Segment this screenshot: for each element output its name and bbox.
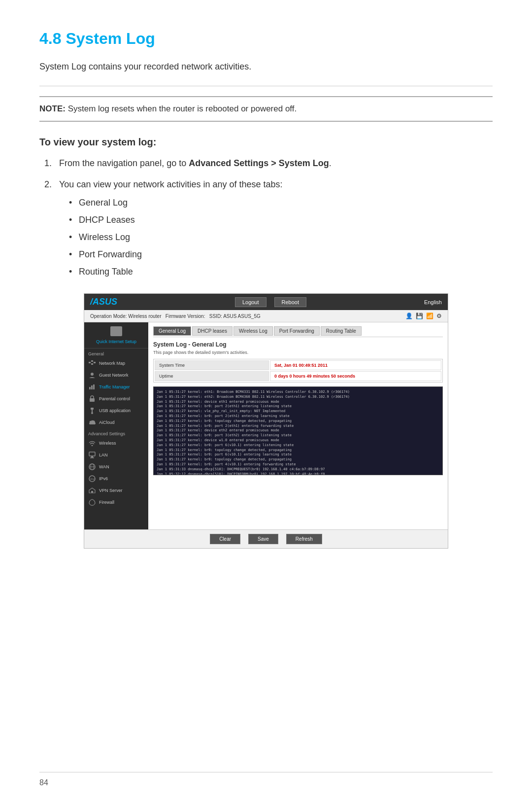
log-line: Jan 1 05:31:27 kernel: br0: port 3(eth2)… (157, 433, 439, 438)
vpn-icon (88, 487, 96, 494)
router-tabs: General Log DHCP leases Wireless Log Por… (153, 326, 443, 337)
vpn-server-label: VPN Server (99, 488, 123, 493)
network-map-label: Network Map (99, 361, 125, 366)
sidebar-section-general: General (84, 349, 148, 357)
log-line: Jan 1 05:31:27 kernel: br0: port 2(eth1)… (157, 414, 439, 419)
log-line: Jan 1 05:31:27 kernel: br0: topology cha… (157, 419, 439, 424)
log-line: Jan 1 05:31:27 kernel: device eth2 enter… (157, 428, 439, 433)
bullet-item: Wireless Log (69, 231, 493, 244)
log-line: Jan 1 05:31:27 kernel: br0: port 6(v10.1… (157, 453, 439, 457)
bullet-list: General Log DHCP Leases Wireless Log Por… (59, 196, 493, 279)
sidebar-item-usb-application[interactable]: USB application (84, 405, 148, 417)
step1-bold: Advanced Settings > System Log (189, 158, 329, 168)
firewall-icon (88, 499, 96, 506)
log-line: Jan 1 05:31:27 kernel: device eth1 enter… (157, 400, 439, 405)
router-main: Quick Internet Setup General Network Map… (84, 322, 448, 529)
clear-button[interactable]: Clear (210, 534, 240, 544)
log-line: Jan 1 05:31:27 kernel: br0: topology cha… (157, 457, 439, 462)
sidebar-item-aicloud[interactable]: AiCloud (84, 417, 148, 428)
svg-rect-8 (90, 398, 95, 402)
log-line: Jan 1 05:31:27 kernel: vle_phy_ral_init_… (157, 409, 439, 414)
info-table: System Time Sat, Jan 01 00:49:51 2011 Up… (153, 359, 443, 383)
router-topbar-center: Logout Reboot (235, 297, 306, 307)
sidebar-item-network-map[interactable]: Network Map (84, 357, 148, 369)
svg-rect-6 (91, 385, 93, 389)
sidebar-item-vpn-server[interactable]: VPN Server (84, 485, 148, 496)
svg-rect-7 (93, 384, 95, 389)
router-bottom-buttons: Clear Save Refresh (84, 529, 448, 548)
sidebar-item-wireless[interactable]: Wireless (84, 437, 148, 449)
sidebar-section-advanced: Advanced Settings (84, 428, 148, 437)
sidebar-item-traffic-manager[interactable]: Traffic Manager (84, 381, 148, 393)
lan-icon (88, 452, 96, 458)
note-label: NOTE: (39, 104, 66, 113)
traffic-manager-icon (88, 384, 96, 390)
guest-network-label: Guest Network (99, 373, 129, 378)
guest-network-icon (88, 372, 96, 379)
svg-point-12 (92, 445, 93, 447)
bullet-item: DHCP Leases (69, 213, 493, 227)
log-line: Jan 1 05:31:27 kernel: device w1.0 enter… (157, 438, 439, 443)
usb-icon (88, 407, 96, 414)
divider (39, 86, 493, 86)
step-1: From the navigation panel, go to Advance… (44, 157, 493, 170)
aicloud-label: AiCloud (99, 420, 115, 425)
log-line: Jan 1 05:31:27 kernel: br0: port 2(eth1)… (157, 424, 439, 429)
sidebar-item-ipv6[interactable]: IPv6 IPv6 (84, 473, 148, 485)
bullet-item: General Log (69, 196, 493, 209)
system-time-row: System Time Sat, Jan 01 00:49:51 2011 (155, 360, 441, 370)
bullet-item: Routing Table (69, 265, 493, 279)
content-subtitle: This page shows the detailed system's ac… (153, 350, 443, 355)
step1-prefix: From the navigation panel, go to (59, 158, 189, 168)
ipv6-icon: IPv6 (88, 475, 96, 482)
subsection-title: To view your system log: (39, 137, 493, 148)
step1-suffix: . (329, 158, 332, 168)
bullet-item: Port Forwarding (69, 248, 493, 261)
tab-port-forwarding[interactable]: Port Forwarding (274, 326, 320, 336)
log-line: Jan 1 05:31:33 dnsmasq-dhcp[510]: DHCPRE… (157, 467, 439, 472)
sidebar-item-wan[interactable]: WAN (84, 461, 148, 473)
svg-rect-9 (91, 408, 94, 410)
tab-general-log[interactable]: General Log (153, 326, 191, 336)
router-logo: /ASUS (90, 297, 117, 307)
log-line: Jan 1 05:31:27 kernel: eth1: Broadcom BC… (157, 390, 439, 395)
parental-control-icon (88, 395, 96, 402)
description: System Log contains your recorded networ… (39, 62, 493, 72)
step-2: You can view your network activities in … (44, 178, 493, 279)
logout-button[interactable]: Logout (235, 297, 266, 307)
router-topbar: /ASUS Logout Reboot English (84, 294, 448, 310)
tab-wireless-log[interactable]: Wireless Log (233, 326, 273, 336)
page-number: 84 (39, 778, 48, 787)
step2-text: You can view your network activities in … (59, 179, 283, 189)
router-log-area[interactable]: Jan 1 05:31:27 kernel: eth1: Broadcom BC… (153, 386, 443, 475)
language-selector[interactable]: English (424, 299, 442, 305)
icon-wifi: 📶 (426, 313, 433, 319)
wan-icon (88, 463, 96, 470)
refresh-button[interactable]: Refresh (286, 534, 322, 544)
tab-routing-table[interactable]: Routing Table (321, 326, 362, 336)
uptime-row: Uptime 0 days 0 hours 49 minutes 50 seco… (155, 371, 441, 381)
tab-dhcp-leases[interactable]: DHCP leases (192, 326, 233, 336)
svg-rect-13 (89, 452, 95, 456)
router-sidebar: Quick Internet Setup General Network Map… (84, 322, 148, 529)
reboot-button[interactable]: Reboot (274, 297, 306, 307)
system-time-label: System Time (155, 360, 269, 370)
sidebar-item-guest-network[interactable]: Guest Network (84, 369, 148, 381)
sidebar-item-lan[interactable]: LAN (84, 449, 148, 461)
uptime-value: 0 days 0 hours 49 minutes 50 seconds (270, 371, 441, 381)
sidebar-item-firewall[interactable]: Firewall (84, 496, 148, 508)
system-time-value: Sat, Jan 01 00:49:51 2011 (270, 360, 441, 370)
note-box: NOTE: System log resets when the router … (39, 96, 493, 122)
op-mode-bar: Operation Mode: Wireless router Firmware… (84, 310, 448, 322)
aicloud-icon (88, 419, 96, 426)
sidebar-quick-internet[interactable]: Quick Internet Setup (84, 322, 148, 349)
save-button[interactable]: Save (248, 534, 278, 544)
quick-internet-label: Quick Internet Setup (88, 339, 144, 344)
svg-rect-0 (89, 362, 91, 363)
log-line: Jan 1 05:31:27 kernel: br0: port 4(v10.1… (157, 462, 439, 467)
sidebar-item-parental-control[interactable]: Parental control (84, 393, 148, 405)
usb-application-label: USB application (99, 408, 131, 413)
log-line: Jan 1 05:31:27 kernel: eth2: Broadcom BC… (157, 395, 439, 400)
note-text: System log resets when the router is reb… (68, 104, 297, 113)
content-title: System Log - General Log (153, 341, 443, 348)
